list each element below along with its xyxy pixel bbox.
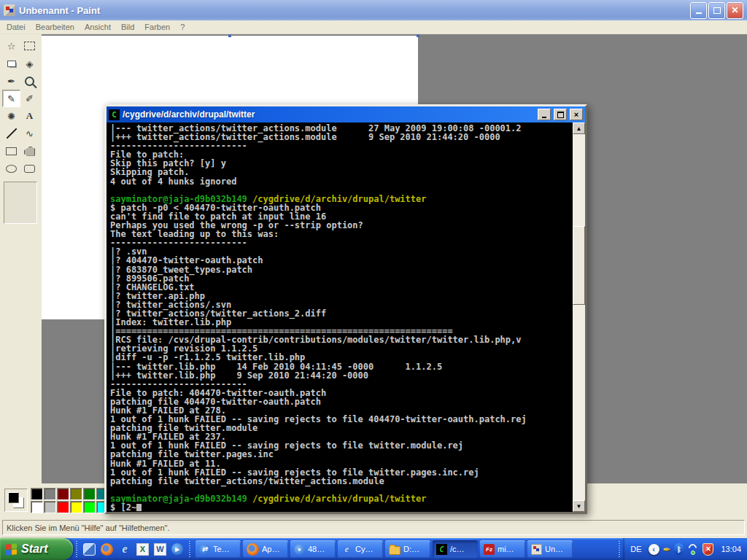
color-swatch[interactable] (83, 488, 96, 500)
paint-tool-options-box[interactable] (4, 182, 37, 224)
paint-restore-button[interactable] (708, 2, 725, 19)
menu-farben[interactable]: Farben (139, 21, 175, 33)
taskbar-button-teamviewer[interactable]: ⇄Te… (196, 540, 241, 558)
canvas-resize-handle-top[interactable] (228, 34, 231, 37)
taskbar-button-folder[interactable]: D:… (385, 540, 430, 558)
paint-app-icon (4, 4, 15, 16)
start-button[interactable]: Start (0, 538, 73, 560)
wireless-network-icon[interactable] (687, 544, 699, 555)
terminal-line: sayminator@jaja-d9b032b149 /cygdrive/d/a… (110, 494, 573, 503)
menu-datei[interactable]: Datei (1, 21, 31, 33)
current-colors-indicator (4, 489, 28, 512)
tool-text[interactable]: A (20, 107, 39, 125)
tool-rectangle[interactable] (2, 142, 20, 160)
terminal-line: -------------------------- (110, 380, 573, 389)
color-swatch[interactable] (83, 501, 96, 513)
taskbar-button-paint[interactable]: Un… (527, 540, 573, 558)
terminal-line: |--- twitter.lib.php 14 Feb 2010 04:11:4… (110, 362, 573, 371)
firefox-icon[interactable] (101, 543, 113, 556)
bluetooth-icon[interactable]: ᛒ (674, 543, 684, 555)
firefox-icon (247, 543, 259, 556)
taskbar-button-cygwin[interactable]: C/c… (433, 540, 478, 558)
minimize-icon (696, 12, 702, 14)
polygon-icon (24, 147, 35, 156)
cygwin-icon: C (436, 544, 447, 555)
security-alert-icon[interactable]: ✕ (703, 543, 713, 556)
tool-pencil[interactable]: ✎ (2, 90, 20, 107)
tool-fill-with-color[interactable]: ◈ (20, 55, 39, 72)
pick-color-icon: ✒ (7, 77, 15, 86)
task-button-area: ⇄Te…Ap…●48…eCy…D:…C/c…Fzmi…Un… (193, 540, 616, 558)
terminal-maximize-button[interactable] (554, 109, 567, 120)
tool-rounded-rectangle[interactable] (20, 160, 39, 177)
internet-explorer-icon[interactable]: e (118, 542, 131, 556)
color-swatch[interactable] (31, 488, 43, 500)
free-form-select-icon: ☆ (7, 42, 16, 51)
paint-minimize-button[interactable] (690, 2, 707, 19)
color-swatch[interactable] (70, 501, 82, 513)
terminal-titlebar[interactable]: C /cygdrive/d/archiv/drupal/twitter × (107, 106, 585, 122)
tool-brush[interactable]: ✐ (20, 90, 39, 107)
taskbar-button-filezilla[interactable]: Fzmi… (480, 540, 525, 558)
rounded-rectangle-icon (24, 165, 35, 173)
menu-bearbeiten[interactable]: Bearbeiten (31, 21, 80, 33)
tool-select[interactable] (20, 37, 39, 55)
tool-ellipse[interactable] (2, 160, 20, 177)
terminal-output[interactable]: |--- twitter_actions/twitter_actions.mod… (107, 122, 573, 512)
paint-toolbox: ☆◈✒✎✐✺A∿ (0, 34, 42, 483)
internet-explorer-icon: e (341, 544, 352, 555)
taskbar-button-internet-explorer[interactable]: eCy… (338, 540, 383, 558)
tool-pick-color[interactable]: ✒ (2, 72, 20, 90)
menu-bild[interactable]: Bild (116, 21, 139, 33)
scrollbar-track[interactable] (573, 134, 585, 500)
airbrush-icon: ✺ (7, 112, 15, 121)
terminal-line: 1 out of 1 hunk FAILED -- saving rejects… (110, 468, 573, 477)
menu-ansicht[interactable]: Ansicht (80, 21, 116, 33)
scroll-up-button[interactable]: ▲ (573, 122, 585, 134)
taskbar-clock[interactable]: 13:04 (721, 545, 741, 553)
menu-hilfe[interactable]: ? (175, 21, 190, 33)
color-swatch[interactable] (44, 501, 56, 513)
terminal-cursor (136, 504, 142, 511)
scroll-down-button[interactable]: ▼ (573, 500, 585, 512)
tablet-pen-icon[interactable]: ✒ (663, 544, 671, 555)
paint-menubar: DateiBearbeitenAnsichtBildFarben? (0, 20, 747, 34)
paint-titlebar[interactable]: Unbenannt - Paint ✕ (0, 0, 747, 20)
tool-airbrush[interactable]: ✺ (2, 107, 20, 125)
show-desktop-icon[interactable] (83, 543, 96, 556)
taskbar-button-label: Ap… (262, 545, 279, 553)
taskbar-button-label: Te… (213, 545, 230, 553)
close-icon: ✕ (731, 6, 738, 15)
terminal-line: |+++ twitter.lib.php 9 Sep 2010 21:44:20… (110, 371, 573, 380)
tool-eraser[interactable] (2, 55, 20, 72)
hide-icons-icon[interactable]: ‹ (649, 544, 659, 555)
scrollbar-thumb[interactable] (573, 226, 585, 305)
color-swatch[interactable] (44, 488, 56, 500)
color-swatch[interactable] (70, 488, 82, 500)
paint-close-button[interactable]: ✕ (727, 2, 743, 19)
color-swatch[interactable] (57, 501, 69, 513)
word-icon[interactable]: W (154, 543, 166, 556)
tool-line[interactable] (2, 125, 20, 142)
folder-icon (389, 546, 400, 555)
color-swatch[interactable] (31, 501, 43, 513)
color-swatch[interactable] (57, 488, 69, 500)
terminal-line: Skipping patch. (110, 168, 573, 176)
taskbar-button-messenger-blue[interactable]: ●48… (290, 540, 336, 558)
tool-free-form-select[interactable]: ☆ (2, 37, 20, 55)
terminal-minimize-button[interactable] (538, 109, 551, 120)
magnifier-icon (25, 77, 34, 86)
language-indicator[interactable]: DE (630, 545, 641, 553)
tool-curve[interactable]: ∿ (20, 125, 39, 142)
foreground-color-swatch (8, 492, 19, 503)
excel-icon[interactable]: X (136, 543, 149, 556)
terminal-line: |? CHANGELOG.txt (110, 283, 573, 292)
tool-polygon[interactable] (20, 142, 39, 160)
canvas-resize-handle-corner[interactable] (417, 34, 419, 37)
terminal-close-button[interactable]: × (570, 109, 583, 120)
terminal-scrollbar[interactable]: ▲ ▼ (573, 122, 585, 512)
tool-magnifier[interactable] (20, 72, 39, 90)
media-player-icon[interactable]: ▶ (171, 543, 183, 555)
quick-launch-bar: eXW▶ (80, 542, 186, 556)
taskbar-button-firefox[interactable]: Ap… (243, 540, 288, 558)
